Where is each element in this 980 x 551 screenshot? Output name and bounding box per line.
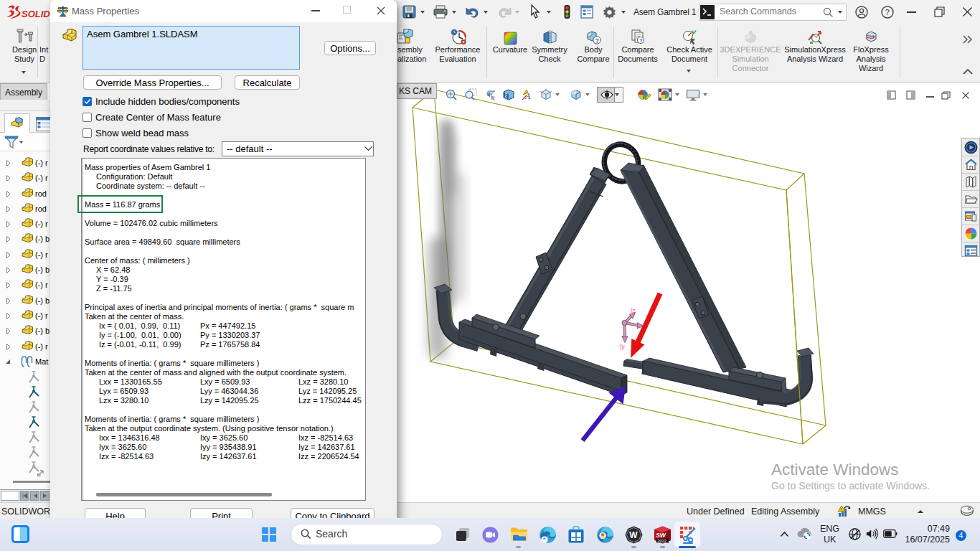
- svg-text:W: W: [629, 530, 638, 540]
- svg-text:|z: |z: [631, 307, 636, 314]
- svg-text:2022: 2022: [657, 539, 666, 543]
- svg-text:|y: |y: [620, 343, 625, 350]
- svg-text:SW: SW: [656, 532, 666, 539]
